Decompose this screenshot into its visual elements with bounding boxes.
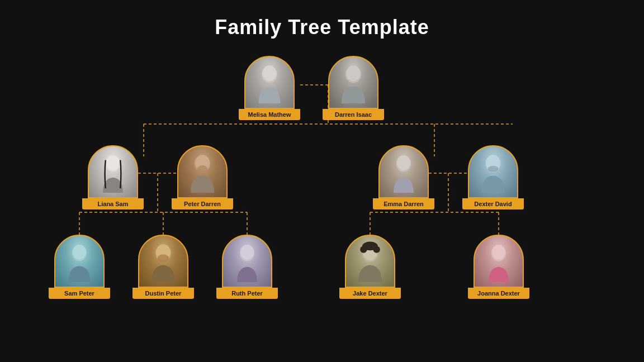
name-dexter: Dexter David: [462, 198, 524, 209]
name-jake: Jake Dexter: [339, 288, 401, 299]
name-joanna: Joanna Dexter: [468, 288, 529, 299]
svg-point-40: [360, 246, 367, 253]
person-melisa: Melisa Mathew: [239, 56, 300, 120]
tree-container: Melisa Mathew Darren Isaac Liana Sam: [0, 45, 644, 362]
avatar-emma: [378, 145, 429, 198]
name-melisa: Melisa Mathew: [239, 109, 300, 120]
figure-emma: [384, 150, 423, 194]
avatar-dustin: [138, 235, 188, 288]
name-ruth: Ruth Peter: [216, 288, 278, 299]
svg-point-21: [106, 155, 119, 170]
svg-point-29: [488, 165, 499, 172]
person-dustin: Dustin Peter: [132, 235, 194, 299]
name-sam: Sam Peter: [49, 288, 110, 299]
svg-point-34: [158, 254, 169, 262]
avatar-dexter: [468, 145, 518, 198]
avatar-jake: [345, 235, 395, 288]
svg-point-26: [397, 155, 410, 170]
person-emma: Emma Darren: [373, 145, 434, 209]
avatar-sam: [54, 235, 105, 288]
svg-point-43: [492, 245, 505, 259]
figure-dexter: [473, 150, 513, 194]
figure-peter: [183, 150, 222, 194]
figure-dustin: [144, 239, 183, 284]
figure-liana: [93, 150, 132, 194]
person-darren-isaac: Darren Isaac: [323, 56, 384, 120]
figure-sam: [60, 239, 99, 284]
person-joanna: Joanna Dexter: [468, 235, 529, 299]
svg-point-24: [197, 165, 208, 172]
person-sam: Sam Peter: [49, 235, 110, 299]
avatar-liana: [88, 145, 138, 198]
svg-point-36: [240, 245, 253, 259]
page-title: Family Tree Template: [0, 0, 644, 39]
avatar-melisa: [244, 56, 295, 109]
figure-jake: [351, 239, 390, 284]
avatar-joanna: [473, 235, 524, 288]
name-emma: Emma Darren: [373, 198, 434, 209]
figure-darren: [334, 60, 373, 105]
avatar-ruth: [222, 235, 272, 288]
person-liana: Liana Sam: [82, 145, 144, 209]
figure-joanna: [479, 239, 518, 284]
name-liana: Liana Sam: [82, 198, 144, 209]
person-peter: Peter Darren: [172, 145, 233, 209]
figure-ruth: [228, 239, 267, 284]
svg-point-19: [347, 65, 361, 81]
svg-point-31: [73, 245, 86, 259]
svg-point-17: [263, 65, 277, 81]
avatar-darren-isaac: [328, 56, 378, 109]
person-ruth: Ruth Peter: [216, 235, 278, 299]
name-darren-isaac: Darren Isaac: [323, 109, 384, 120]
person-jake: Jake Dexter: [339, 235, 401, 299]
person-dexter: Dexter David: [462, 145, 524, 209]
name-dustin: Dustin Peter: [132, 288, 194, 299]
figure-melisa: [250, 60, 289, 105]
name-peter: Peter Darren: [172, 198, 233, 209]
svg-point-41: [373, 246, 380, 253]
avatar-peter: [177, 145, 228, 198]
